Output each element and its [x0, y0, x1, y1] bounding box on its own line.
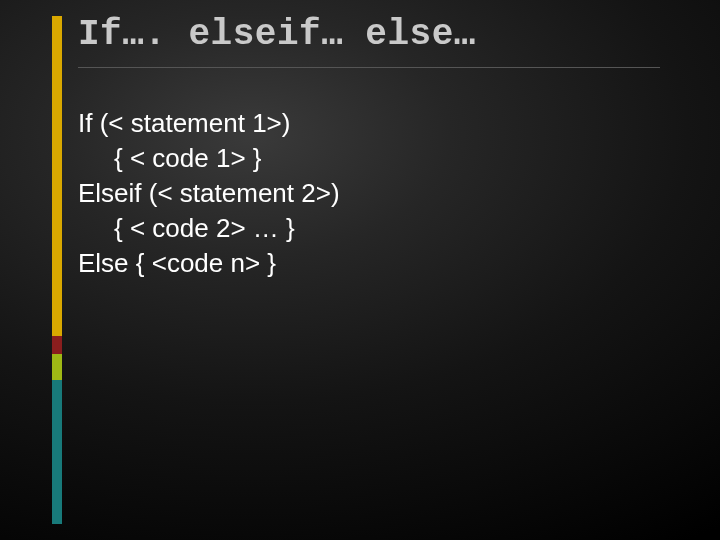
body-line-3: Elseif (< statement 2>): [78, 176, 660, 211]
body-line-2: { < code 1> }: [78, 141, 660, 176]
accent-segment-chartreuse: [52, 354, 62, 380]
slide-body: If (< statement 1>) { < code 1> } Elseif…: [78, 106, 660, 281]
body-line-4: { < code 2> … }: [78, 211, 660, 246]
slide: If…. elseif… else… If (< statement 1>) {…: [0, 0, 720, 540]
accent-segment-yellow: [52, 16, 62, 336]
slide-title: If…. elseif… else…: [78, 14, 660, 68]
body-line-5: Else { <code n> }: [78, 246, 660, 281]
accent-segment-red: [52, 336, 62, 354]
accent-bar: [52, 16, 62, 524]
accent-segment-teal: [52, 380, 62, 524]
body-line-1: If (< statement 1>): [78, 106, 660, 141]
